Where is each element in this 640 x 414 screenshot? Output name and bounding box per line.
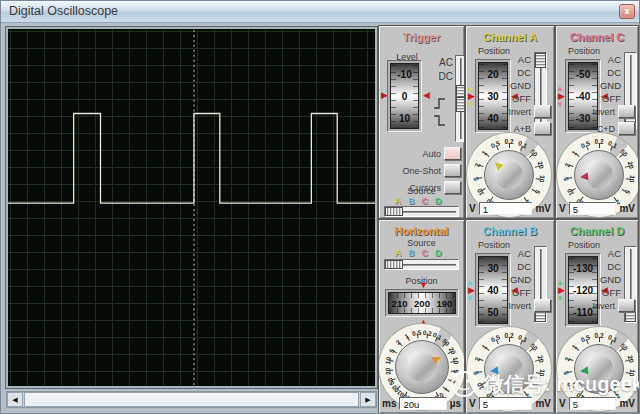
channel-d-position-value: -120: [569, 285, 597, 296]
trigger-ac-label: AC: [429, 57, 453, 68]
channel-d-gain-value: 5: [569, 397, 617, 410]
channel-a-title: Channel A: [466, 31, 554, 43]
channel-b-title: Channel B: [466, 225, 554, 237]
trigger-coupling-switch[interactable]: [455, 55, 465, 101]
channel-a-nudge-down-icon[interactable]: ▼: [466, 101, 474, 109]
oscilloscope-window: Digital Oscilloscope x ◀ ▶ Trigger Level…: [0, 0, 640, 414]
trigger-source-label: Source: [379, 186, 464, 196]
channel-b-position-value: 40: [479, 285, 507, 296]
source-letter-b: B: [408, 196, 422, 206]
trigger-title: Trigger: [379, 31, 464, 43]
source-letter-c: C: [422, 248, 436, 258]
channel-b-position-value: 30: [479, 262, 507, 273]
knob-pointer-icon: [580, 172, 589, 181]
channel-a-invert-button[interactable]: [534, 105, 551, 118]
horizontal-position-value: 190: [437, 298, 453, 309]
knob-tick: [509, 143, 510, 148]
trigger-level-value: -10: [391, 69, 418, 80]
source-letter-d: D: [435, 248, 449, 258]
channel-d-invert-button[interactable]: [618, 299, 635, 312]
channel-d-coupling-labels: AC DC GND OFF: [594, 247, 621, 299]
scroll-right-button[interactable]: ▶: [360, 392, 376, 407]
channel-c-unit-right: mV: [619, 203, 635, 214]
horizontal-source-handle[interactable]: [385, 260, 403, 269]
channel-a-unit-right: mV: [535, 203, 551, 214]
channel-c-invert-label: Invert: [592, 107, 615, 117]
trigger-one-shot-button[interactable]: [444, 164, 461, 177]
channel-b-panel: Channel B Position ▲ ▼ ▶ ◀ 30 40 50 AC D…: [465, 219, 555, 414]
trigger-source-letters: ABCD: [379, 196, 464, 206]
channel-a-gain-value: 1: [479, 202, 533, 215]
trigger-edge-switch[interactable]: [455, 96, 465, 142]
trigger-source-slider[interactable]: [384, 206, 459, 217]
horizontal-position-value: 200: [414, 298, 430, 309]
scroll-left-arrow-icon: ◀: [12, 396, 17, 403]
knob-tick: [599, 143, 600, 148]
scroll-left-button[interactable]: ◀: [7, 392, 23, 407]
channel-b-coupling-labels: AC DC GND OFF: [504, 247, 531, 299]
channel-a-coupling-handle[interactable]: [535, 53, 546, 68]
trigger-source-handle[interactable]: [385, 207, 403, 216]
channel-d-unit-left: V: [559, 398, 566, 409]
horizontal-unit-right: µs: [450, 398, 461, 409]
scope-display: [6, 27, 377, 388]
titlebar[interactable]: Digital Oscilloscope x: [1, 1, 639, 23]
channel-b-unit-right: mV: [535, 398, 551, 409]
channel-b-nudge-down-icon[interactable]: ▼: [466, 295, 474, 303]
channel-a-position-value: 40: [479, 113, 507, 124]
source-letter-b: B: [408, 248, 422, 258]
close-button[interactable]: x: [619, 4, 635, 19]
channel-a-a-b-label: A+B: [514, 124, 531, 134]
channel-d-unit-right: mV: [619, 398, 635, 409]
channel-b-gain-value: 5: [479, 397, 533, 410]
source-letter-c: C: [422, 196, 436, 206]
channel-a-position-value: 20: [479, 68, 507, 79]
rising-edge-icon: [433, 97, 447, 110]
falling-edge-icon: [433, 114, 447, 127]
horizontal-timebase-value: 20u: [399, 397, 446, 410]
channel-c-coupling-labels: AC DC GND OFF: [594, 53, 621, 105]
channel-c-gain-value: 5: [569, 202, 617, 215]
horizontal-position-value: 210: [392, 298, 408, 309]
channel-b-invert-label: Invert: [508, 301, 531, 311]
channel-d-position-value: -130: [569, 262, 597, 273]
source-letter-d: D: [435, 196, 449, 206]
trigger-edge-handle[interactable]: [456, 97, 465, 112]
channel-d-title: Channel D: [556, 225, 638, 237]
waveform-canvas: [8, 29, 375, 386]
channel-c-panel: Channel C Position ▲ ▼ ▶ ◀ -50 -40 -30 A…: [555, 25, 639, 219]
trigger-one-shot-label: One-Shot: [402, 166, 441, 176]
channel-d-nudge-down-icon[interactable]: ▼: [556, 295, 564, 303]
channel-c-position-value: -50: [569, 68, 597, 79]
channel-a-panel: Channel A Position ▲ ▼ ▶ ◀ 20 30 40 AC D…: [465, 25, 555, 219]
horizontal-title: Horizontal: [379, 225, 464, 237]
channel-a-coupling-labels: AC DC GND OFF: [504, 53, 531, 105]
channel-b-wheel-left-arrow-icon: ▶: [468, 286, 475, 295]
source-letter-a: A: [395, 248, 409, 258]
channel-a-wheel-left-arrow-icon: ▶: [468, 92, 475, 101]
channel-a-position-value: 30: [479, 91, 507, 102]
source-letter-a: A: [395, 196, 409, 206]
knob-pointer-icon: [490, 366, 499, 375]
horizontal-source-label: Source: [379, 238, 464, 248]
channel-a-knob-face[interactable]: [484, 150, 534, 200]
horizontal-source-slider[interactable]: [384, 259, 459, 270]
trigger-auto-button[interactable]: [444, 147, 461, 160]
channel-a-invert-label: Invert: [508, 107, 531, 117]
trigger-level-value: 0: [391, 91, 418, 102]
channel-c-c-d-label: C+D: [597, 124, 615, 134]
channel-c-invert-button[interactable]: [618, 105, 635, 118]
channel-d-invert-label: Invert: [592, 301, 615, 311]
horizontal-position-wheel[interactable]: 210 200 190: [385, 289, 459, 317]
horizontal-panel: Horizontal Source ABCD Position ▼ ▲ 210 …: [378, 219, 465, 414]
trigger-level-wheel[interactable]: -10 0 10: [387, 60, 422, 132]
trigger-dc-label: DC: [429, 71, 453, 82]
horizontal-scrollbar[interactable]: ◀ ▶: [6, 391, 377, 408]
horizontal-knob-face[interactable]: [395, 340, 449, 394]
channel-b-invert-button[interactable]: [534, 299, 551, 312]
scroll-thumb[interactable]: [24, 392, 359, 407]
knob-tick: [509, 337, 510, 342]
channel-b-unit-left: V: [469, 398, 476, 409]
channel-c-nudge-down-icon[interactable]: ▼: [556, 101, 564, 109]
close-icon: x: [624, 6, 629, 16]
